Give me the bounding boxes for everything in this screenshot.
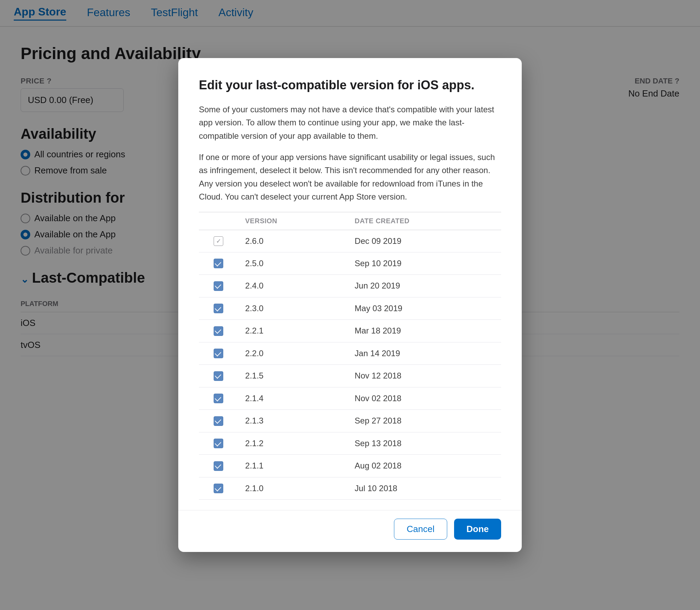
table-row[interactable]: 2.3.0May 03 2019: [199, 297, 501, 320]
modal-desc-1: Some of your customers may not have a de…: [199, 103, 501, 143]
checkbox-cell[interactable]: [199, 342, 238, 365]
checkbox-cell[interactable]: [199, 230, 238, 252]
checkbox-cell[interactable]: [199, 365, 238, 387]
modal: Edit your last-compatible version for iO…: [178, 58, 522, 552]
checkbox-checked[interactable]: [213, 326, 224, 337]
version-cell: 2.5.0: [238, 252, 348, 275]
version-cell: 2.1.1: [238, 455, 348, 477]
checkbox-cell[interactable]: [199, 297, 238, 320]
version-cell: 2.3.0: [238, 297, 348, 320]
modal-overlay: Edit your last-compatible version for iO…: [0, 0, 700, 610]
version-col-header: VERSION: [238, 212, 348, 230]
checkbox-checked[interactable]: [213, 416, 224, 427]
checkbox-checked[interactable]: [213, 281, 224, 292]
checkbox-cell[interactable]: [199, 432, 238, 455]
modal-body: Edit your last-compatible version for iO…: [178, 58, 522, 510]
table-row[interactable]: 2.5.0Sep 10 2019: [199, 252, 501, 275]
checkbox-checked[interactable]: [213, 461, 224, 472]
done-button[interactable]: Done: [454, 519, 501, 540]
table-row[interactable]: 2.1.5Nov 12 2018: [199, 365, 501, 387]
checkbox-cell[interactable]: [199, 387, 238, 410]
checkbox-checked[interactable]: [213, 483, 224, 494]
date-cell: Jan 14 2019: [348, 342, 501, 365]
version-cell: 2.1.0: [238, 477, 348, 500]
table-row[interactable]: 2.2.1Mar 18 2019: [199, 320, 501, 342]
checkbox-cell[interactable]: [199, 455, 238, 477]
table-row[interactable]: 2.1.1Aug 02 2018: [199, 455, 501, 477]
date-col-header: DATE CREATED: [348, 212, 501, 230]
checkbox-checked[interactable]: [213, 303, 224, 314]
version-cell: 2.2.1: [238, 320, 348, 342]
version-table: VERSION DATE CREATED 2.6.0Dec 09 20192.5…: [199, 212, 501, 500]
modal-title: Edit your last-compatible version for iO…: [199, 77, 501, 93]
date-cell: Jul 10 2018: [348, 477, 501, 500]
checkbox-checked[interactable]: [213, 258, 224, 269]
checkbox-cell[interactable]: [199, 275, 238, 297]
checkbox-checked[interactable]: [213, 438, 224, 449]
version-cell: 2.6.0: [238, 230, 348, 252]
table-row[interactable]: 2.1.2Sep 13 2018: [199, 432, 501, 455]
checkbox-partial[interactable]: [213, 236, 224, 247]
checkbox-checked[interactable]: [213, 371, 224, 382]
date-cell: Sep 27 2018: [348, 410, 501, 432]
date-cell: Dec 09 2019: [348, 230, 501, 252]
date-cell: Sep 13 2018: [348, 432, 501, 455]
checkbox-checked[interactable]: [213, 348, 224, 359]
version-cell: 2.1.5: [238, 365, 348, 387]
table-row[interactable]: 2.1.4Nov 02 2018: [199, 387, 501, 410]
table-row[interactable]: 2.1.3Sep 27 2018: [199, 410, 501, 432]
table-row[interactable]: 2.1.0Jul 10 2018: [199, 477, 501, 500]
date-cell: Nov 02 2018: [348, 387, 501, 410]
modal-footer: Cancel Done: [178, 510, 522, 552]
version-cell: 2.2.0: [238, 342, 348, 365]
checkbox-checked[interactable]: [213, 393, 224, 404]
table-row[interactable]: 2.6.0Dec 09 2019: [199, 230, 501, 252]
date-cell: Mar 18 2019: [348, 320, 501, 342]
checkbox-cell[interactable]: [199, 477, 238, 500]
table-row[interactable]: 2.2.0Jan 14 2019: [199, 342, 501, 365]
date-cell: May 03 2019: [348, 297, 501, 320]
version-cell: 2.1.4: [238, 387, 348, 410]
date-cell: Nov 12 2018: [348, 365, 501, 387]
date-cell: Jun 20 2019: [348, 275, 501, 297]
version-cell: 2.1.2: [238, 432, 348, 455]
checkbox-cell[interactable]: [199, 410, 238, 432]
checkbox-cell[interactable]: [199, 320, 238, 342]
table-row[interactable]: 2.4.0Jun 20 2019: [199, 275, 501, 297]
version-cell: 2.4.0: [238, 275, 348, 297]
modal-desc-2: If one or more of your app versions have…: [199, 151, 501, 204]
check-col-header: [199, 212, 238, 230]
cancel-button[interactable]: Cancel: [394, 519, 447, 540]
date-cell: Sep 10 2019: [348, 252, 501, 275]
date-cell: Aug 02 2018: [348, 455, 501, 477]
version-cell: 2.1.3: [238, 410, 348, 432]
checkbox-cell[interactable]: [199, 252, 238, 275]
